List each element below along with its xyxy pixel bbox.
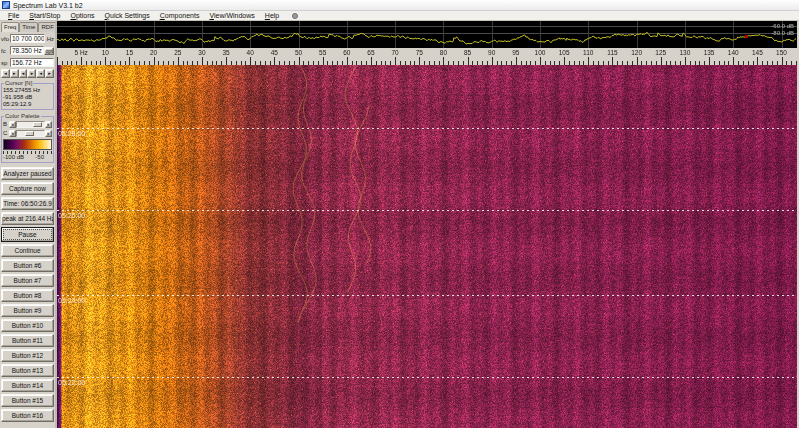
palette-min-label: -100 dB [3,154,35,161]
contrast-slider-row: C ◂ ▸ [3,129,52,137]
sp-row: sp 156.72 Hz [1,57,54,68]
spin-right-icon[interactable]: ▸ [27,69,36,78]
button-7[interactable]: Button #7 [1,274,54,287]
cursor-time: 05:29:12.9 [3,101,52,108]
cursor-level: -91.958 dB [3,94,52,101]
palette-range-labels: -100 dB -50 [3,154,52,161]
analyzer-status-button[interactable]: Analyzer paused [1,167,54,180]
waterfall [57,65,797,428]
slider-right-arrow-icon[interactable]: ▸ [45,121,52,128]
vfo-input[interactable]: 10 700 000 [10,34,45,43]
fc-options-button[interactable]: opt [44,47,54,55]
spectrum-graph: -60.0 dB -80.0 dB [57,21,797,48]
button-8[interactable]: Button #8 [1,289,54,302]
app-icon [2,1,10,9]
status-led-icon [292,13,298,19]
tab-time[interactable]: Time [19,22,38,32]
color-palette-title: Color Palette [4,113,41,120]
menubar: File Start/Stop Options Quick Settings C… [0,11,799,21]
menu-help[interactable]: Help [260,11,284,21]
vfo-label: vfo [1,36,10,42]
continue-button[interactable]: Continue [1,244,54,257]
button-10[interactable]: Button #10 [1,319,54,332]
sp-input[interactable]: 156.72 Hz [10,58,54,67]
button-16[interactable]: Button #16 [1,409,54,422]
vfo-unit-label: Hz [45,36,54,42]
db-label-60: -60.0 dB [771,23,794,29]
palette-gradient[interactable] [3,139,52,150]
peak-readout-button[interactable]: peak at 216.44 Hz [1,212,54,225]
palette-max-label: -50 [35,154,52,161]
menu-view-windows[interactable]: View/Windows [204,11,259,21]
spin-right-icon[interactable]: ▸ [10,69,19,78]
control-panel: Freq Time RDF vfo 10 700 000 Hz fc 78.35… [0,21,57,428]
menu-start-stop[interactable]: Start/Stop [24,11,65,21]
vfo-row: vfo 10 700 000 Hz [1,33,54,44]
tab-freq[interactable]: Freq [1,22,19,32]
button-11[interactable]: Button #11 [1,334,54,347]
color-palette-group: Color Palette B ◂ ▸ C ◂ ▸ -100 dB - [1,116,54,163]
brightness-slider[interactable] [16,121,45,128]
fc-label: fc [1,48,10,54]
fc-input[interactable]: 78.350 Hz [10,46,44,55]
menu-options[interactable]: Options [65,11,99,21]
slider-right-arrow-icon[interactable]: ▸ [45,130,52,137]
button-12[interactable]: Button #12 [1,349,54,362]
contrast-slider[interactable] [16,130,45,137]
frequency-spin-buttons: ◂ ▸ ◂ ▸ ◂ ▸ [1,69,54,78]
waterfall-canvas[interactable] [57,65,797,428]
pause-button[interactable]: Pause [1,227,54,242]
app-window: Spectrum Lab V3.1 b2 File Start/Stop Opt… [0,0,799,428]
menu-quick-settings[interactable]: Quick Settings [100,11,155,21]
button-9[interactable]: Button #9 [1,304,54,317]
menu-components[interactable]: Components [155,11,205,21]
db-label-80: -80.0 dB [771,30,794,36]
tab-rdf[interactable]: RDF [38,22,56,32]
brightness-slider-row: B ◂ ▸ [3,120,52,128]
button-14[interactable]: Button #14 [1,379,54,392]
cursor-group: Cursor [N] 155.27455 Hz -91.958 dB 05:29… [1,83,54,110]
menu-file[interactable]: File [3,11,24,21]
spectrum-canvas[interactable] [57,21,797,48]
fc-row: fc 78.350 Hz opt [1,45,54,56]
button-15[interactable]: Button #15 [1,394,54,407]
time-display-button[interactable]: Time: 06:50:26.9 [1,197,54,210]
display-area: -60.0 dB -80.0 dB [57,21,797,428]
slider-left-arrow-icon[interactable]: ◂ [9,130,16,137]
panel-tabs: Freq Time RDF [1,22,54,32]
spin-left-icon[interactable]: ◂ [19,69,28,78]
cursor-frequency: 155.27455 Hz [3,87,52,94]
cursor-group-title: Cursor [N] [4,80,33,87]
spin-right-icon[interactable]: ▸ [45,69,54,78]
button-6[interactable]: Button #6 [1,259,54,272]
spin-left-icon[interactable]: ◂ [1,69,10,78]
capture-now-button[interactable]: Capture now [1,182,54,195]
sp-label: sp [1,60,10,66]
freq-scale-canvas[interactable] [57,48,797,65]
spin-left-icon[interactable]: ◂ [36,69,45,78]
button-13[interactable]: Button #13 [1,364,54,377]
slider-left-arrow-icon[interactable]: ◂ [9,121,16,128]
frequency-scale [57,48,797,65]
titlebar[interactable]: Spectrum Lab V3.1 b2 [0,0,799,11]
window-title: Spectrum Lab V3.1 b2 [13,0,83,11]
